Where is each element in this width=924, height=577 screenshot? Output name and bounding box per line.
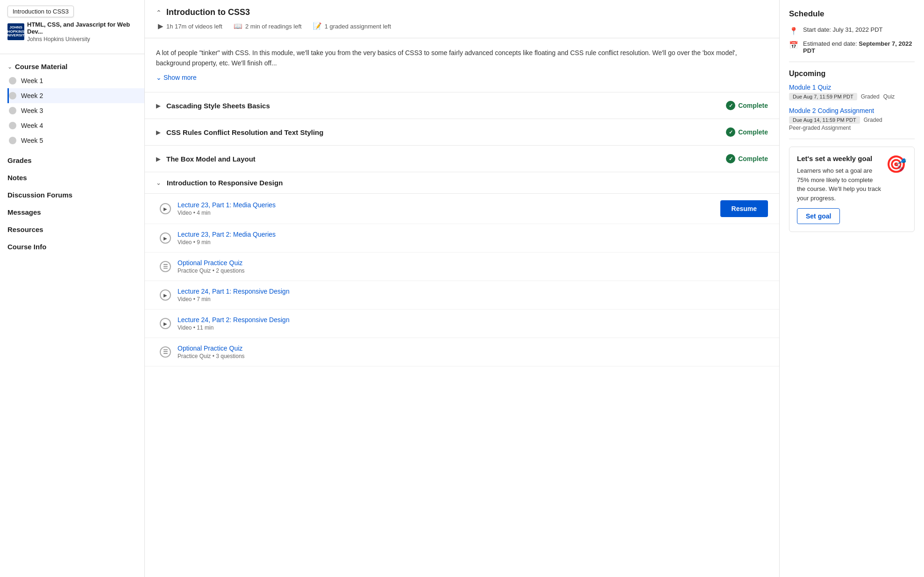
upcoming-badges-2: Due Aug 14, 11:59 PM PDT Graded <box>789 116 915 124</box>
lecture-meta-3: Practice Quiz • 2 questions <box>178 267 245 274</box>
upcoming-link-1[interactable]: Module 1 Quiz <box>789 84 915 91</box>
sidebar-item-grades[interactable]: Grades <box>0 152 144 169</box>
sidebar-item-week2[interactable]: Week 2 <box>7 88 144 103</box>
upcoming-item-1: Module 1 Quiz Due Aug 7, 11:59 PM PDT Gr… <box>789 84 915 100</box>
lecture-meta-6: Practice Quiz • 3 questions <box>178 353 245 359</box>
module-meta: ▶ 1h 17m of videos left 📖 2 min of readi… <box>156 22 768 30</box>
sidebar-item-courseinfo[interactable]: Course Info <box>0 238 144 255</box>
sidebar-item-messages[interactable]: Messages <box>0 204 144 221</box>
sidebar-header: Introduction to CSS3 JOHNSHOPKINSUNIVERS… <box>0 0 144 54</box>
goal-title: Let's set a weekly goal <box>797 155 881 162</box>
week4-label: Week 4 <box>21 122 43 129</box>
quiz-icon-2: ☰ <box>160 346 171 358</box>
expanded-chevron-icon: ⌄ <box>156 179 161 186</box>
show-more-button[interactable]: ⌄ Show more <box>156 72 768 83</box>
week5-label: Week 5 <box>21 137 43 144</box>
schedule-title: Schedule <box>789 9 915 19</box>
university-name: Johns Hopkins University <box>27 36 137 42</box>
sidebar-item-week3[interactable]: Week 3 <box>7 103 144 118</box>
schedule-divider <box>789 62 915 62</box>
quiz-icon-1: ☰ <box>160 261 171 272</box>
sidebar-item-resources[interactable]: Resources <box>0 221 144 238</box>
course-material-label: Course Material <box>15 63 68 70</box>
complete-label-3: Complete <box>738 155 768 162</box>
week4-dot <box>9 122 16 129</box>
lecture-title-4[interactable]: Lecture 24, Part 1: Responsive Design <box>178 288 290 295</box>
lecture-info-6: Optional Practice Quiz Practice Quiz • 3… <box>178 345 245 359</box>
meta-videos: ▶ 1h 17m of videos left <box>158 22 222 30</box>
expanded-section-header[interactable]: ⌄ Introduction to Responsive Design <box>145 172 779 194</box>
upcoming-link-2[interactable]: Module 2 Coding Assignment <box>789 107 915 114</box>
week1-label: Week 1 <box>21 77 43 84</box>
video-play-icon-1: ▶ <box>160 203 171 214</box>
course-material-toggle[interactable]: ⌄ Course Material <box>0 58 144 73</box>
lecture-meta-4: Video • 7 min <box>178 296 290 303</box>
video-play-icon-4: ▶ <box>160 318 171 329</box>
assignment-icon: 📝 <box>313 22 322 30</box>
lecture-left-6: ☰ Optional Practice Quiz Practice Quiz •… <box>160 345 245 359</box>
sidebar-nav: Grades Notes Discussion Forums Messages … <box>0 148 144 259</box>
meta-assignments: 📝 1 graded assignment left <box>313 22 391 30</box>
lecture-title-3[interactable]: Optional Practice Quiz <box>178 259 245 267</box>
sidebar-item-week5[interactable]: Week 5 <box>7 133 144 148</box>
sidebar-item-week4[interactable]: Week 4 <box>7 118 144 133</box>
complete-badge-1: ✓ Complete <box>726 101 768 110</box>
lecture-item-4: ▶ Lecture 24, Part 1: Responsive Design … <box>145 281 779 310</box>
complete-label-1: Complete <box>738 102 768 109</box>
section-chevron-icon-2: ▶ <box>156 129 161 136</box>
sidebar-item-week1[interactable]: Week 1 <box>7 73 144 88</box>
expanded-section-title: Introduction to Responsive Design <box>167 179 283 187</box>
location-icon: 📍 <box>789 27 798 35</box>
lecture-title-1[interactable]: Lecture 23, Part 1: Media Queries <box>178 201 276 209</box>
start-date-text: Start date: July 31, 2022 PDT <box>803 26 883 33</box>
upcoming-type-badge-1: Graded <box>861 93 880 100</box>
university-logo-icon: JOHNSHOPKINSUNIVERSITY <box>7 23 24 40</box>
complete-checkmark-icon-2: ✓ <box>726 127 735 137</box>
lecture-title-2[interactable]: Lecture 23, Part 2: Media Queries <box>178 231 276 238</box>
lecture-left-1: ▶ Lecture 23, Part 1: Media Queries Vide… <box>160 201 276 216</box>
complete-badge-3: ✓ Complete <box>726 154 768 163</box>
goal-target-icon: 🎯 <box>886 155 907 174</box>
course-name: HTML, CSS, and Javascript for Web Dev... <box>27 21 137 35</box>
goal-section: Let's set a weekly goal Learners who set… <box>789 147 915 232</box>
lecture-title-5[interactable]: Lecture 24, Part 2: Responsive Design <box>178 316 290 324</box>
meta-readings-text: 2 min of readings left <box>245 23 302 30</box>
lecture-left-2: ▶ Lecture 23, Part 2: Media Queries Vide… <box>160 231 276 246</box>
section-row-box-model[interactable]: ▶ The Box Model and Layout ✓ Complete <box>145 146 779 172</box>
goal-desc: Learners who set a goal are 75% more lik… <box>797 166 881 203</box>
description-text: A lot of people "tinker" with CSS. In th… <box>156 48 768 69</box>
lecture-info-3: Optional Practice Quiz Practice Quiz • 2… <box>178 259 245 274</box>
schedule-start-date: 📍 Start date: July 31, 2022 PDT <box>789 26 915 35</box>
chevron-down-icon: ⌄ <box>156 72 162 83</box>
module-description: A lot of people "tinker" with CSS. In th… <box>145 38 779 92</box>
module-chevron-icon[interactable]: ⌃ <box>156 9 162 16</box>
section-row-css-conflict[interactable]: ▶ CSS Rules Conflict Resolution and Text… <box>145 119 779 146</box>
right-panel: Schedule 📍 Start date: July 31, 2022 PDT… <box>779 0 924 577</box>
course-badge: Introduction to CSS3 <box>7 6 74 17</box>
course-material-chevron-icon: ⌄ <box>7 63 12 70</box>
lecture-item-3: ☰ Optional Practice Quiz Practice Quiz •… <box>145 253 779 281</box>
week2-label: Week 2 <box>21 92 43 99</box>
module-header: ⌃ Introduction to CSS3 ▶ 1h 17m of video… <box>145 0 779 38</box>
university-logo: JOHNSHOPKINSUNIVERSITY HTML, CSS, and Ja… <box>7 21 137 42</box>
section-row-css-basics[interactable]: ▶ Cascading Style Sheets Basics ✓ Comple… <box>145 92 779 119</box>
lecture-title-6[interactable]: Optional Practice Quiz <box>178 345 245 352</box>
week2-dot <box>9 92 16 99</box>
module-title-row: ⌃ Introduction to CSS3 <box>156 7 768 17</box>
week5-dot <box>9 137 16 144</box>
meta-videos-text: 1h 17m of videos left <box>166 23 222 30</box>
set-goal-button[interactable]: Set goal <box>797 208 840 224</box>
show-more-label: Show more <box>163 72 197 83</box>
calendar-icon: 📅 <box>789 41 798 49</box>
sidebar-item-notes[interactable]: Notes <box>0 169 144 186</box>
lecture-info-1: Lecture 23, Part 1: Media Queries Video … <box>178 201 276 216</box>
lecture-item-5: ▶ Lecture 24, Part 2: Responsive Design … <box>145 310 779 338</box>
module-title: Introduction to CSS3 <box>166 7 250 17</box>
upcoming-badges-1: Due Aug 7, 11:59 PM PDT Graded Quiz <box>789 93 915 100</box>
resume-button[interactable]: Resume <box>720 200 768 217</box>
week3-dot <box>9 107 16 114</box>
section-left-css-basics: ▶ Cascading Style Sheets Basics <box>156 102 270 110</box>
upcoming-type-badge-2: Graded <box>864 117 882 123</box>
upcoming-sub-2: Peer-graded Assignment <box>789 125 915 131</box>
sidebar-item-discussion[interactable]: Discussion Forums <box>0 186 144 204</box>
